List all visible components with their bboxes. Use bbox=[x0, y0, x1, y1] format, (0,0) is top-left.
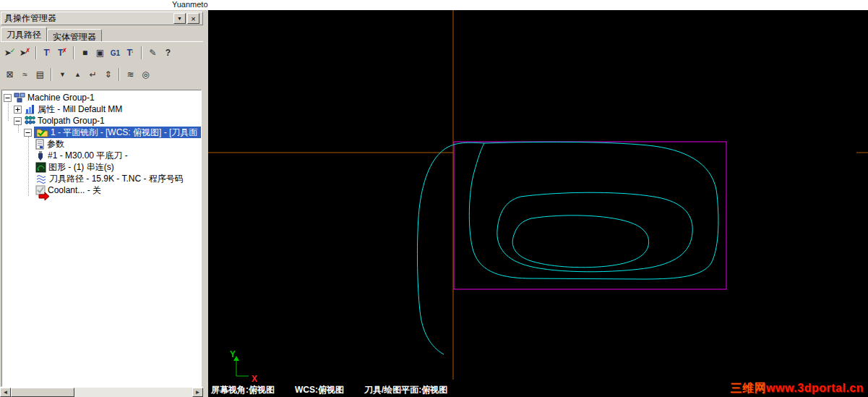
tab-solids-label: 实体管理器 bbox=[53, 32, 96, 42]
panel-horizontal-scrollbar[interactable]: ◄ ► bbox=[0, 387, 203, 397]
scroll-right-icon: ► bbox=[195, 389, 201, 396]
return-arrow-icon: ↵ bbox=[89, 69, 96, 80]
g1-post-icon: G1 bbox=[111, 49, 120, 57]
delete-operations-button[interactable]: ✎ bbox=[145, 45, 160, 61]
post-g1-button[interactable]: G1 bbox=[108, 45, 123, 61]
help-button[interactable]: ? bbox=[160, 45, 176, 61]
properties-icon bbox=[24, 103, 35, 115]
toolbar-separator bbox=[35, 46, 37, 59]
toolpath-file-icon bbox=[35, 174, 47, 184]
verify-button[interactable]: ■ bbox=[77, 45, 93, 61]
x-axis-label: X bbox=[252, 374, 257, 384]
chevron-down-icon: ▼ bbox=[177, 16, 182, 21]
selected-row-highlight: 1 - 平面铣削 - [WCS: 俯视图] - [刀具面 bbox=[34, 127, 201, 138]
x-mark-icon: ✗ bbox=[61, 47, 67, 54]
toolbar-separator bbox=[73, 46, 74, 59]
backplot-button[interactable]: ▣ bbox=[93, 45, 108, 61]
panel-dropdown-button[interactable]: ▼ bbox=[173, 13, 186, 24]
tab-toolpaths-label: 刀具路径 bbox=[7, 30, 41, 40]
tree-item-tool[interactable]: #1 - M30.00 平底刀 - bbox=[2, 150, 201, 161]
tree-item-label: 图形 - (1) 串连(s) bbox=[48, 161, 114, 174]
parameters-icon bbox=[35, 139, 45, 150]
pencil-icon: ✎ bbox=[149, 48, 156, 58]
geometry-icon bbox=[35, 162, 46, 173]
toggle-toolpath-display-button[interactable]: ≈ bbox=[17, 67, 33, 82]
lock-toolpath-button[interactable]: ⊠ bbox=[2, 67, 17, 82]
graphics-viewport[interactable]: Y X 屏幕视角:俯视图 WCS:俯视图 刀具/绘图平面:俯视图 三维网www.… bbox=[208, 10, 868, 397]
x-mark-icon: ✗ bbox=[25, 47, 31, 54]
panel-titlebar[interactable]: 具操作管理器 ▼ × bbox=[1, 12, 203, 25]
single-display-button[interactable]: ◎ bbox=[138, 67, 153, 82]
toolpath-inner-loop[interactable] bbox=[512, 215, 648, 268]
collapse-icon[interactable] bbox=[4, 94, 12, 102]
insert-position-arrow-icon[interactable] bbox=[38, 192, 50, 201]
tool-icon bbox=[35, 150, 46, 161]
operation-folder-icon bbox=[36, 127, 48, 137]
operations-tree: Machine Group-1 属性 - Mill Default MM Too… bbox=[1, 90, 202, 387]
regen-selected-button[interactable]: T↑ bbox=[40, 45, 55, 61]
toolpath-outer-loop[interactable] bbox=[469, 142, 718, 279]
tree-item-label: Coolant... - 关 bbox=[48, 184, 101, 197]
backplot-icon: ▣ bbox=[96, 48, 104, 58]
down-triangle-icon: ▼ bbox=[59, 71, 66, 78]
lock-icon: ⊠ bbox=[6, 69, 13, 80]
toolbar-separator bbox=[51, 68, 52, 81]
move-insert-down-button[interactable]: ▼ bbox=[55, 67, 70, 82]
lock-posting-button[interactable]: ▤ bbox=[33, 67, 48, 82]
panel-splitter[interactable] bbox=[203, 10, 208, 397]
scroll-right-button[interactable]: ► bbox=[192, 388, 203, 397]
close-icon: × bbox=[191, 14, 195, 23]
tree-item-parameters[interactable]: 参数 bbox=[2, 138, 201, 150]
tree-item-toolpath-group[interactable]: Toolpath Group-1 bbox=[2, 115, 201, 127]
waves-icon: ≋ bbox=[126, 69, 134, 80]
tree-item-label: Toolpath Group-1 bbox=[38, 116, 105, 126]
toolbar-row-2: ⊠ ≈ ▤ ▼ ▲ ↵ ⇕ ≋ ◎ bbox=[2, 66, 153, 83]
tree-item-machine-group[interactable]: Machine Group-1 bbox=[2, 92, 201, 103]
scroll-left-icon: ◄ bbox=[3, 389, 9, 396]
toolbar-separator bbox=[119, 68, 120, 81]
tab-toolpaths[interactable]: 刀具路径 bbox=[1, 27, 47, 42]
toolpath-middle-loop[interactable] bbox=[497, 192, 692, 272]
regen-all-dirty-button[interactable]: T✗ bbox=[55, 45, 70, 61]
help-icon: ? bbox=[166, 48, 171, 58]
tree-item-properties[interactable]: 属性 - Mill Default MM bbox=[2, 103, 201, 115]
tree-item-toolpath-file[interactable]: 刀具路径 - 15.9K - T.NC - 程序号码 bbox=[2, 173, 201, 184]
scroll-insert-button[interactable]: ⇕ bbox=[100, 67, 116, 82]
toolpath-lead-in[interactable] bbox=[417, 142, 484, 354]
display-options-button[interactable]: ≋ bbox=[123, 67, 138, 82]
panel-close-button[interactable]: × bbox=[187, 13, 199, 24]
scrollbar-track[interactable] bbox=[74, 388, 192, 397]
tree-item-label: 属性 - Mill Default MM bbox=[38, 103, 122, 116]
wave-icon: ≈ bbox=[22, 69, 27, 80]
panel-title: 具操作管理器 bbox=[4, 12, 56, 25]
circle-target-icon: ◎ bbox=[142, 69, 149, 80]
up-triangle-icon: ▲ bbox=[74, 71, 81, 78]
move-insert-up-button[interactable]: ▲ bbox=[70, 67, 85, 82]
status-wcs: WCS:俯视图 bbox=[295, 384, 344, 396]
y-axis-label: Y bbox=[230, 349, 236, 359]
cad-scene: Y X bbox=[208, 10, 868, 397]
tree-item-face-mill-operation[interactable]: 1 - 平面铣削 - [WCS: 俯视图] - [刀具面 bbox=[2, 127, 201, 138]
operations-manager-panel: 具操作管理器 ▼ × 刀具路径 实体管理器 ➤✓ ➤✗ T↑ T✗ bbox=[0, 10, 208, 397]
tree-item-coolant[interactable]: Coolant... - 关 bbox=[2, 184, 201, 196]
tree-item-geometry[interactable]: 图形 - (1) 串连(s) bbox=[2, 161, 201, 173]
up-down-arrow-icon: ⇕ bbox=[104, 69, 111, 80]
collapse-icon[interactable] bbox=[14, 117, 22, 125]
select-all-operations-button[interactable]: ➤✓ bbox=[2, 45, 17, 61]
tab-solids-manager[interactable]: 实体管理器 bbox=[47, 29, 102, 42]
watermark-site: 三维网 bbox=[731, 382, 767, 394]
verify-icon: ■ bbox=[82, 48, 87, 58]
expand-icon[interactable] bbox=[14, 106, 22, 114]
up-arrow-mark-icon: ↑ bbox=[48, 47, 51, 54]
check-mark-icon: ✓ bbox=[10, 47, 16, 54]
down-arrow-mark-icon: ↓ bbox=[131, 47, 134, 54]
move-insert-to-end-button[interactable]: ↵ bbox=[85, 67, 100, 82]
collapse-icon[interactable] bbox=[24, 129, 32, 137]
toolbar-row-1: ➤✓ ➤✗ T↑ T✗ ■ ▣ G1 T↓ ✎ ? bbox=[2, 44, 176, 61]
scroll-left-button[interactable]: ◄ bbox=[0, 388, 11, 397]
scrollbar-thumb[interactable] bbox=[11, 388, 74, 397]
deselect-all-operations-button[interactable]: ➤✗ bbox=[17, 45, 33, 61]
edit-selected-operations-button[interactable]: T↓ bbox=[123, 45, 138, 61]
clipboard-lock-icon: ▤ bbox=[36, 69, 44, 80]
watermark: 三维网www.3dportal.cn bbox=[731, 381, 864, 396]
